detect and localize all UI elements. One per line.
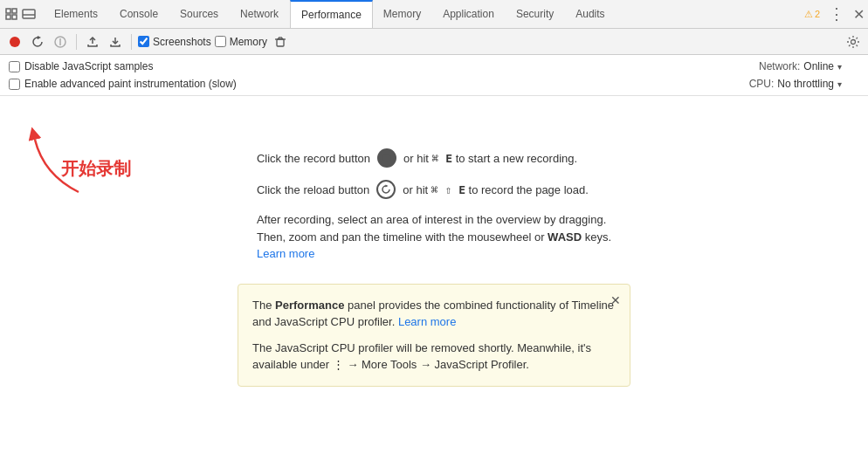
tab-memory[interactable]: Memory bbox=[373, 0, 432, 28]
learn-more-link[interactable]: Learn more bbox=[257, 247, 314, 260]
tab-audits[interactable]: Audits bbox=[565, 0, 616, 28]
svg-rect-0 bbox=[6, 9, 10, 13]
separator-2 bbox=[131, 34, 132, 50]
network-throttle-row: Network: Online ▾ bbox=[759, 60, 842, 72]
upload-button[interactable] bbox=[83, 32, 102, 52]
more-options-icon[interactable]: ⋮ bbox=[825, 4, 848, 24]
tab-performance[interactable]: Performance bbox=[290, 0, 373, 28]
tab-elements[interactable]: Elements bbox=[44, 0, 109, 28]
warning-badge[interactable]: ⚠ 2 bbox=[804, 9, 820, 20]
svg-rect-3 bbox=[12, 15, 17, 19]
tab-application[interactable]: Application bbox=[432, 0, 506, 28]
network-dropdown-arrow[interactable]: ▾ bbox=[837, 62, 842, 72]
main-tabs: Elements Console Sources Network Perform… bbox=[44, 0, 617, 28]
tab-bar-right: ⚠ 2 ⋮ ✕ bbox=[804, 4, 865, 24]
svg-rect-2 bbox=[6, 15, 10, 19]
disable-js-option[interactable]: Disable JavaScript samples bbox=[9, 60, 749, 72]
close-devtools-icon[interactable]: ✕ bbox=[853, 6, 865, 23]
tab-bar: Elements Console Sources Network Perform… bbox=[0, 0, 868, 29]
svg-point-17 bbox=[382, 154, 391, 162]
devtools-icons bbox=[3, 6, 37, 22]
options-row: Disable JavaScript samples Enable advanc… bbox=[0, 55, 868, 96]
options-right: Network: Online ▾ CPU: No throttling ▾ bbox=[749, 60, 842, 90]
instructions-block: Click the record button or hit ⌘ E to st… bbox=[257, 148, 611, 266]
record-button-icon bbox=[377, 148, 396, 168]
detach-icon[interactable] bbox=[3, 6, 19, 22]
cpu-dropdown-arrow[interactable]: ▾ bbox=[837, 79, 842, 89]
memory-checkbox[interactable] bbox=[215, 36, 226, 47]
screenshots-checkbox-label[interactable]: Screenshots bbox=[138, 36, 211, 48]
performance-toolbar: Screenshots Memory bbox=[0, 29, 868, 55]
info-box-line1: The Performance panel provides the combi… bbox=[252, 297, 616, 331]
screenshots-checkbox[interactable] bbox=[138, 36, 149, 47]
main-content: 开始录制 Click the record button or hit ⌘ E … bbox=[0, 96, 868, 468]
stop-button[interactable] bbox=[51, 32, 70, 52]
dock-icon[interactable] bbox=[21, 6, 37, 22]
download-button[interactable] bbox=[106, 32, 125, 52]
reload-button[interactable] bbox=[28, 32, 47, 52]
after-recording-text: After recording, select an area of inter… bbox=[257, 211, 611, 263]
disable-js-checkbox[interactable] bbox=[9, 61, 20, 72]
reload-button-icon bbox=[376, 180, 396, 199]
svg-point-6 bbox=[10, 37, 20, 47]
clear-button[interactable] bbox=[271, 32, 290, 52]
settings-button[interactable] bbox=[844, 32, 863, 52]
record-button[interactable] bbox=[5, 32, 24, 52]
warning-icon: ⚠ bbox=[804, 9, 813, 20]
info-box-learn-more-link[interactable]: Learn more bbox=[398, 315, 456, 328]
svg-rect-1 bbox=[12, 9, 17, 13]
tab-network[interactable]: Network bbox=[230, 0, 290, 28]
record-suffix: or hit ⌘ E to start a new recording. bbox=[403, 152, 577, 165]
record-instruction: Click the record button or hit ⌘ E to st… bbox=[257, 148, 611, 168]
options-left: Disable JavaScript samples Enable advanc… bbox=[9, 60, 749, 90]
enable-paint-checkbox[interactable] bbox=[9, 79, 20, 90]
info-box: ✕ The Performance panel provides the com… bbox=[238, 284, 630, 387]
info-box-close-button[interactable]: ✕ bbox=[610, 292, 621, 310]
svg-rect-4 bbox=[23, 10, 35, 18]
tab-sources[interactable]: Sources bbox=[169, 0, 230, 28]
svg-rect-10 bbox=[277, 39, 284, 46]
cpu-throttle-row: CPU: No throttling ▾ bbox=[749, 78, 842, 90]
tab-security[interactable]: Security bbox=[506, 0, 565, 28]
separator-1 bbox=[76, 34, 77, 50]
svg-point-15 bbox=[851, 39, 856, 44]
tab-console[interactable]: Console bbox=[109, 0, 169, 28]
info-box-line2: The JavaScript CPU profiler will be remo… bbox=[252, 340, 616, 374]
memory-checkbox-label[interactable]: Memory bbox=[215, 36, 267, 48]
reload-instruction: Click the reload button or hit ⌘ ⇧ E to … bbox=[257, 180, 611, 199]
reload-suffix: or hit ⌘ ⇧ E to record the page load. bbox=[403, 183, 589, 196]
annotation-text: 开始录制 bbox=[61, 157, 131, 181]
enable-paint-option[interactable]: Enable advanced paint instrumentation (s… bbox=[9, 78, 749, 90]
svg-marker-18 bbox=[386, 185, 389, 188]
